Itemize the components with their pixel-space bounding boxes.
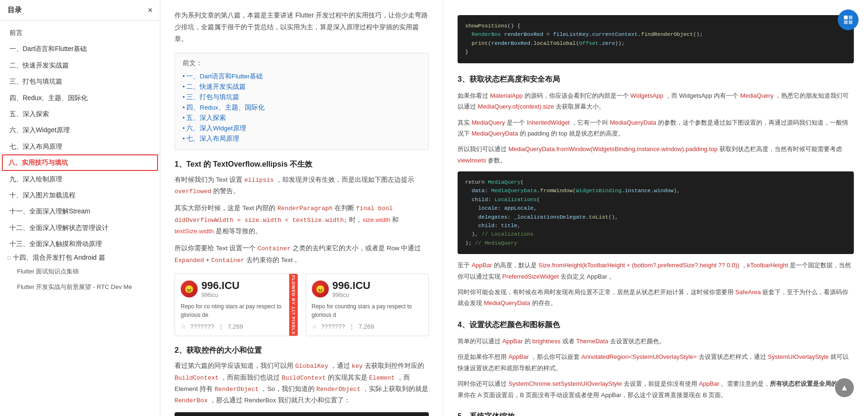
nav-item-twelve[interactable]: 十二、全面深入理解状态管理设计	[0, 220, 160, 236]
rp-code-positions: showPositions() { RenderBox renderBoxRed…	[458, 15, 854, 63]
nav-item-four[interactable]: 四、Redux、主题、国际化	[0, 90, 160, 106]
stars-count-1: ???????	[190, 323, 214, 330]
demo-desc-1: Repo for co nting stars ar pay respect t…	[181, 302, 292, 319]
nav-item-label: 十四、混合开发打包 Android 篇	[13, 254, 105, 262]
rp-s3-p4: 至于 AppBar 的高度，默认是 Size.fromHeight(kToolb…	[458, 260, 854, 282]
back-to-top-icon: ▲	[840, 383, 849, 393]
rp-s4-p3: 同时你还可以通过 SystemChrome.setSystemUIOverlay…	[458, 378, 854, 400]
share-icon-2: ⋮	[349, 323, 355, 330]
prev-section: 前文： 一、Dart语言和Flutter基础二、快速开发实战篇三、打包与填坑篇四…	[175, 53, 429, 150]
sidebar-header: 目录 ×	[0, 0, 160, 21]
forks-count-1: 7,269	[228, 323, 243, 330]
close-icon[interactable]: ×	[148, 6, 152, 15]
sidebar: 目录 × 前言一、Dart语言和Flutter基础二、快速开发实战篇三、打包与填…	[0, 0, 160, 416]
sidebar-title: 目录	[8, 6, 22, 15]
star-icon-2: ☆	[312, 323, 317, 330]
demo-card-header-2: 😠 996.ICU 996icu	[312, 280, 423, 298]
sidebar-nav: 前言一、Dart语言和Flutter基础二、快速开发实战篇三、打包与填坑篇四、R…	[0, 21, 160, 416]
prev-link[interactable]: 一、Dart语言和Flutter基础	[183, 71, 421, 82]
prev-link[interactable]: 四、Redux、主题、国际化	[183, 102, 421, 113]
demo-sub-1: 996icu	[201, 292, 240, 298]
demo-card-normal: 😠 996.ICU 996icu Repo for counting stars…	[306, 273, 429, 336]
svg-rect-1	[849, 16, 852, 19]
float-button-icon	[843, 14, 854, 25]
code-block-sizes: showSizes() { RenderBox renderBoxRed = f…	[175, 412, 429, 416]
section-1-para-1: 有时候我们为 Text 设置 ellipsis ，却发现并没有生效，而是出现如下…	[175, 174, 429, 197]
nav-item-seven[interactable]: 七、深入布局原理	[0, 138, 160, 154]
toggle-icon: □	[8, 255, 11, 261]
demo-footer-2: ☆ ??????? ⋮ 7,269	[312, 323, 423, 330]
nav-item-eleven[interactable]: 十一、全面深入理解Stream	[0, 203, 160, 219]
nav-item-ten[interactable]: 十、深入图片加载流程	[0, 187, 160, 203]
nav-item-fourteen[interactable]: □十四、混合开发打包 Android 篇	[0, 252, 160, 264]
right-panel: showPositions() { RenderBox renderBoxRed…	[443, 0, 868, 416]
rp-s3-p3: 所以我们可以通过 MediaQueryData.fromWindow(Widge…	[458, 144, 854, 166]
nav-item-flutter-interview[interactable]: Flutter 面试知识点集锦	[0, 264, 160, 280]
prev-link[interactable]: 七、深入布局原理	[183, 134, 421, 144]
rp-s3-p1: 如果你看过 MaterialApp 的源码，你应该会看到它的内部是一个 Widg…	[458, 90, 854, 112]
rp-s4-p1: 简单的可以通过 AppBar 的 brightness 或者 ThemeData…	[458, 336, 854, 347]
nav-item-one[interactable]: 一、Dart语言和Flutter基础	[0, 41, 160, 57]
rp-code-mediaquery: return MediaQuery( data: MediaQueryData.…	[458, 171, 854, 254]
section-1-para-3: 所以你需要给 Text 设置一个 Container 之类的去约束它的大小，或者…	[175, 243, 429, 266]
overflow-badge: FLOWED BY 117 PIXELS	[289, 274, 298, 336]
demo-sub-2: 996icu	[333, 292, 371, 298]
intro-text: 作为系列文章的第八篇，本篇是主要讲述 Flutter 开发过程中的实用技巧，让你…	[175, 9, 429, 45]
rp-section-4-title: 4、设置状态栏颜色和图标颜色	[458, 318, 854, 331]
section-2-para-1: 看过第六篇的同学应该知道，我们可以用 GlobalKey ，通过 key 去获取…	[175, 360, 429, 407]
demo-desc-2: Repo for counting stars a pay respect to…	[312, 302, 423, 319]
nav-item-thirteen[interactable]: 十三、全面深入触摸和滑动原理	[0, 236, 160, 252]
stars-count-2: ???????	[321, 323, 345, 330]
rp-s3-p2: 其实 MediaQuery 是一个 InheritedWidget ，它有一个叫…	[458, 117, 854, 139]
nav-item-three[interactable]: 三、打包与填坑篇	[0, 73, 160, 89]
rp-section-5-title: 5、系统字体缩放	[458, 410, 854, 416]
demo-card-header-1: 😠 996.ICU 996icu	[181, 280, 292, 298]
forks-count-2: 7,269	[359, 323, 374, 330]
back-to-top-button[interactable]: ▲	[835, 378, 854, 397]
nav-item-nine[interactable]: 九、深入绘制原理	[0, 171, 160, 187]
rp-s3-p5: 同时你可能会发现，有时候在布局时发现布局位置不正常，居然是从状态栏开始计算，这时…	[458, 287, 854, 309]
float-button[interactable]	[838, 9, 859, 30]
demo-app-name-2: 996.ICU	[333, 280, 371, 292]
prev-link[interactable]: 二、快速开发实战篇	[183, 82, 421, 92]
section-1-para-2: 其实大部分时候，这是 Text 内部的 RenderParagraph 在判断 …	[175, 203, 429, 237]
svg-rect-3	[849, 20, 852, 24]
demo-card-overflow: 😠 996.ICU 996icu Repo for co nting stars…	[175, 273, 298, 336]
rp-section-3-title: 3、获取状态栏高度和安全布局	[458, 73, 854, 85]
star-icon-1: ☆	[181, 323, 186, 330]
prev-links: 一、Dart语言和Flutter基础二、快速开发实战篇三、打包与填坑篇四、Red…	[183, 71, 421, 144]
svg-rect-2	[844, 20, 848, 24]
prev-link[interactable]: 五、深入探索	[183, 113, 421, 123]
prev-link[interactable]: 三、打包与填坑篇	[183, 92, 421, 102]
share-icon-1: ⋮	[218, 323, 224, 330]
prev-link[interactable]: 六、深入Widget原理	[183, 123, 421, 134]
svg-rect-0	[844, 16, 848, 19]
nav-item-six[interactable]: 六、深入Widget原理	[0, 122, 160, 138]
demo-app-name-1: 996.ICU	[201, 280, 240, 292]
demo-avatar-2: 😠	[312, 280, 329, 297]
demo-footer-1: ☆ ??????? ⋮ 7,269	[181, 323, 292, 330]
rp-s4-p2: 但是如果你不想用 AppBar ，那么你可以嵌套 AnnotatedRegion…	[458, 351, 854, 374]
section-2-title: 2、获取控件的大小和位置	[175, 346, 429, 356]
nav-item-two[interactable]: 二、快速开发实战篇	[0, 57, 160, 73]
nav-item-five[interactable]: 五、深入探索	[0, 106, 160, 122]
demo-row: 😠 996.ICU 996icu Repo for co nting stars…	[175, 273, 429, 336]
demo-avatar-1: 😠	[181, 280, 198, 297]
prev-title: 前文：	[183, 59, 421, 68]
nav-item-flutter-practice[interactable]: Flutter 开发实战与前景展望 - RTC Dev Me	[0, 280, 160, 295]
nav-item-preface[interactable]: 前言	[0, 25, 160, 41]
section-1-title: 1、Text 的 TextOverflow.ellipsis 不生效	[175, 160, 429, 170]
nav-item-eight[interactable]: 八、实用技巧与填坑	[2, 154, 158, 170]
main-content: 作为系列文章的第八篇，本篇是主要讲述 Flutter 开发过程中的实用技巧，让你…	[160, 0, 443, 416]
